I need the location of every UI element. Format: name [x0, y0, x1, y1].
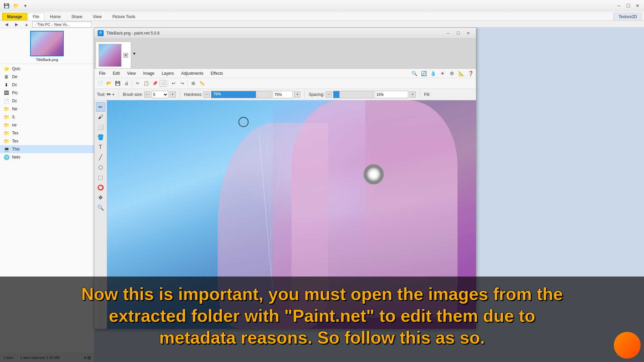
tool-dropdown-arrow[interactable]: ▾	[112, 92, 114, 97]
close-button[interactable]: ✕	[464, 30, 473, 37]
explorer-outer-bar: 💾 📁 ▾ ─ ☐ ✕ Manage File Home Share View …	[0, 0, 644, 27]
sidebar-item-tex1[interactable]: 📁 Tex	[0, 129, 94, 137]
tool-select-rect[interactable]: ⬚	[96, 173, 105, 182]
menu-edit[interactable]: Edit	[109, 70, 123, 77]
rotate-icon[interactable]: 🔄	[420, 69, 428, 77]
restore-button[interactable]: ☐	[454, 30, 463, 37]
quick-dropdown-icon[interactable]: ▾	[21, 2, 29, 9]
print-icon[interactable]: 🖨	[122, 79, 130, 87]
sidebar-item-pictures[interactable]: 🖼 Pic	[0, 89, 94, 97]
redo-icon[interactable]: ↪	[178, 79, 186, 87]
paste-icon[interactable]: 📌	[151, 79, 159, 87]
brush-size-decrease-btn[interactable]: −	[144, 92, 150, 98]
menu-image[interactable]: Image	[140, 70, 158, 77]
subtitle-line3: metadata reasons. So follow this as so.	[159, 328, 485, 347]
tool-eraser[interactable]: ⬜	[96, 122, 105, 132]
close-explorer-btn[interactable]: ✕	[634, 2, 641, 9]
sidebar-item-tex2[interactable]: 📁 Tex	[0, 137, 94, 145]
documents-icon: 📄	[3, 98, 9, 104]
sidebar-item-downloads[interactable]: ⬇ Dc	[0, 81, 94, 89]
sidebar-item-folder-ne[interactable]: 📁 Ne	[0, 105, 94, 113]
grid-icon[interactable]: ⊞	[189, 79, 197, 87]
ribbon-tab-picture-tools[interactable]: Picture Tools	[107, 13, 140, 20]
color-icon[interactable]: 💧	[429, 69, 437, 77]
ribbon-tab-file[interactable]: File	[28, 13, 44, 20]
tab-close-btn[interactable]: ×	[123, 53, 128, 58]
hardness-increase-btn[interactable]: +	[294, 92, 300, 98]
subtitle-line2: extracted folder with "Paint.net" to edi…	[109, 306, 535, 325]
pictures-icon: 🖼	[3, 90, 9, 96]
maximize-explorer-btn[interactable]: ☐	[625, 2, 632, 9]
sidebar-item-folder-ne2[interactable]: 📁 ne	[0, 121, 94, 129]
menu-adjustments[interactable]: Adjustments	[178, 70, 207, 77]
new-file-icon[interactable]: 📄	[96, 79, 104, 87]
breadcrumb-newvol[interactable]: New Vo...	[54, 22, 70, 26]
sidebar-item-network[interactable]: 🌐 Netv	[0, 153, 94, 161]
sidebar-item-desktop[interactable]: 🖥 De	[0, 73, 94, 81]
menu-effects[interactable]: Effects	[207, 70, 226, 77]
ribbon-tab-view[interactable]: View	[88, 13, 107, 20]
minimize-button[interactable]: ─	[444, 30, 452, 37]
breadcrumb-arrow: ›	[35, 22, 36, 26]
tool-shapes[interactable]: ⬡	[96, 163, 105, 172]
measure-icon[interactable]: 📐	[457, 69, 465, 77]
copy-icon[interactable]: 📋	[142, 79, 150, 87]
pencil-tool-icon[interactable]: ✏	[107, 91, 111, 98]
spacing-decrease-btn[interactable]: −	[326, 92, 332, 98]
menu-layers[interactable]: Layers	[158, 70, 177, 77]
nav-back-btn[interactable]: ◀	[2, 21, 11, 28]
settings-icon[interactable]: ⚙	[448, 69, 456, 77]
download-icon: ⬇	[3, 82, 9, 87]
open-file-icon[interactable]: 📂	[105, 79, 113, 87]
ruler-icon[interactable]: 📏	[198, 79, 206, 87]
ribbon-tab-texture2d[interactable]: Texture2D	[613, 13, 642, 20]
quick-save-icon[interactable]: 💾	[3, 2, 10, 9]
tool-line[interactable]: ╱	[96, 153, 105, 162]
menu-file[interactable]: File	[96, 70, 109, 77]
sidebar-quick-access: ⭐ Quic 🖥 De ⬇ Dc 🖼 Pic 📄 Dc 📁 Ne 📁 3. 📁	[0, 64, 94, 162]
sidebar-label-quick: Quic	[12, 66, 20, 71]
spacing-label: Spacing:	[309, 92, 324, 97]
paintnet-tab-titleback[interactable]: ×	[96, 42, 131, 68]
ribbon-tab-home[interactable]: Home	[45, 13, 66, 20]
tool-fill[interactable]: 🪣	[96, 132, 105, 142]
address-box[interactable]: › This PC › New Vo...	[32, 21, 92, 27]
hardness-decrease-btn[interactable]: −	[204, 92, 210, 98]
sidebar-item-quickaccess[interactable]: ⭐ Quic	[0, 65, 94, 73]
sidebar-item-documents[interactable]: 📄 Dc	[0, 97, 94, 105]
brush-size-group: Brush size: − 5 10 15 20 +	[123, 91, 175, 98]
sidebar-item-folder-3[interactable]: 📁 3.	[0, 113, 94, 121]
nav-forward-btn[interactable]: ▶	[12, 21, 21, 28]
quick-folder-icon[interactable]: 📁	[12, 2, 19, 9]
nav-up-btn[interactable]: ▲	[22, 21, 31, 28]
cut-icon[interactable]: ✂	[133, 79, 142, 87]
paintnet-title-area: P TitleBack.png - paint.net 5.0.6	[98, 30, 160, 36]
ribbon-tab-share[interactable]: Share	[66, 13, 87, 20]
hardness-input[interactable]	[273, 91, 293, 98]
undo-icon[interactable]: ↩	[169, 79, 177, 87]
tool-text[interactable]: T	[96, 142, 105, 152]
tool-pencil[interactable]: ✏	[96, 102, 105, 112]
tool-move[interactable]: ✥	[96, 193, 105, 202]
search-icon[interactable]: 🔍	[410, 69, 418, 77]
ribbon-tab-manage[interactable]: Manage	[2, 13, 27, 20]
tool-select-lasso[interactable]: ⭕	[96, 183, 105, 192]
spacing-increase-btn[interactable]: +	[410, 92, 416, 98]
tool-paintbrush[interactable]: 🖌	[96, 112, 105, 122]
minimize-explorer-btn[interactable]: ─	[615, 2, 623, 9]
breadcrumb-thispc[interactable]: This PC	[37, 22, 50, 26]
sidebar-item-thispc[interactable]: 💻 This	[0, 145, 94, 153]
menu-view[interactable]: View	[124, 70, 139, 77]
spacing-bar[interactable]	[333, 91, 373, 98]
brightness-icon[interactable]: ☀	[438, 69, 446, 77]
sidebar-label-ne: Ne	[12, 107, 17, 111]
brush-size-select[interactable]: 5 10 15 20	[152, 91, 168, 98]
brush-size-increase-btn[interactable]: +	[170, 92, 176, 98]
help-icon[interactable]: ❓	[467, 69, 475, 77]
save-file-icon[interactable]: 💾	[114, 79, 122, 87]
deselect-icon[interactable]: ⬜	[160, 80, 166, 87]
hardness-bar[interactable]: 75%	[211, 91, 271, 98]
tab-dropdown-arrow[interactable]: ▾	[133, 51, 136, 56]
spacing-input[interactable]	[375, 91, 408, 98]
tool-zoom[interactable]: 🔍	[96, 203, 105, 212]
